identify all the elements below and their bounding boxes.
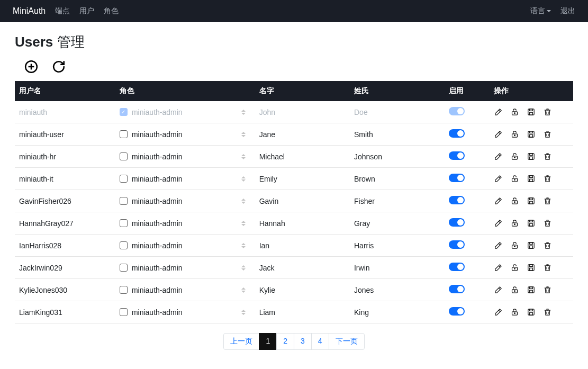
delete-button[interactable] xyxy=(543,152,552,161)
delete-button[interactable] xyxy=(543,241,552,250)
svg-rect-41 xyxy=(529,220,532,222)
role-select[interactable]: miniauth-admin xyxy=(120,264,251,272)
nav-link-endpoints[interactable]: 端点 xyxy=(55,6,70,16)
edit-button[interactable] xyxy=(494,107,503,116)
enable-toggle[interactable] xyxy=(449,218,465,227)
page-prev[interactable]: 上一页 xyxy=(223,333,259,350)
enable-toggle[interactable] xyxy=(449,263,465,271)
refresh-button[interactable] xyxy=(52,60,66,74)
row-actions xyxy=(494,241,569,250)
role-checkbox[interactable] xyxy=(120,197,128,205)
delete-button[interactable] xyxy=(543,130,552,139)
delete-button[interactable] xyxy=(543,196,552,205)
page-3[interactable]: 3 xyxy=(294,333,312,350)
save-button[interactable] xyxy=(527,219,536,228)
edit-button[interactable] xyxy=(494,174,503,183)
delete-button[interactable] xyxy=(543,285,552,294)
nav-link-roles[interactable]: 角色 xyxy=(104,6,119,16)
role-checkbox[interactable] xyxy=(120,130,128,138)
role-select[interactable]: miniauth-admin xyxy=(120,197,251,205)
edit-button[interactable] xyxy=(494,196,503,205)
role-select[interactable]: miniauth-admin xyxy=(120,152,251,161)
edit-button[interactable] xyxy=(494,152,503,161)
edit-button[interactable] xyxy=(494,219,503,228)
svg-rect-33 xyxy=(528,198,534,204)
language-dropdown[interactable]: 语言 xyxy=(530,6,551,16)
add-button[interactable] xyxy=(24,60,38,74)
delete-button[interactable] xyxy=(543,308,552,317)
enable-toggle[interactable] xyxy=(449,107,465,115)
save-button[interactable] xyxy=(527,241,536,250)
save-button[interactable] xyxy=(527,130,536,139)
delete-button[interactable] xyxy=(543,219,552,228)
enable-toggle[interactable] xyxy=(449,240,465,249)
role-checkbox[interactable] xyxy=(120,308,128,316)
svg-rect-63 xyxy=(529,290,532,293)
logout-link[interactable]: 退出 xyxy=(560,6,575,16)
delete-button[interactable] xyxy=(543,107,552,116)
role-select[interactable]: miniauth-admin xyxy=(120,108,251,116)
svg-point-11 xyxy=(514,135,515,136)
edit-button[interactable] xyxy=(494,308,503,317)
enable-toggle[interactable] xyxy=(449,196,465,204)
cell-firstname: Jane xyxy=(255,123,350,146)
save-button[interactable] xyxy=(527,152,536,161)
delete-button[interactable] xyxy=(543,174,552,183)
role-select[interactable]: miniauth-admin xyxy=(120,286,251,294)
enable-toggle[interactable] xyxy=(449,129,465,138)
role-select[interactable]: miniauth-admin xyxy=(120,219,251,228)
cell-firstname: Ian xyxy=(255,235,350,257)
svg-rect-14 xyxy=(529,134,532,137)
delete-button[interactable] xyxy=(543,263,552,272)
role-checkbox[interactable] xyxy=(120,219,128,227)
role-select[interactable]: miniauth-admin xyxy=(120,241,251,250)
role-checkbox[interactable] xyxy=(120,264,128,272)
edit-button[interactable] xyxy=(494,263,503,272)
enable-toggle[interactable] xyxy=(449,307,465,316)
role-checkbox[interactable] xyxy=(120,286,128,294)
enable-toggle[interactable] xyxy=(449,151,465,160)
role-checkbox[interactable] xyxy=(120,241,128,249)
svg-rect-54 xyxy=(528,265,534,271)
cell-username: miniauth-it xyxy=(15,168,115,190)
svg-rect-70 xyxy=(529,312,532,315)
role-checkbox[interactable] xyxy=(120,175,128,183)
unlock-button[interactable] xyxy=(510,263,519,272)
svg-rect-34 xyxy=(529,198,532,200)
unlock-button[interactable] xyxy=(510,130,519,139)
page-next[interactable]: 下一页 xyxy=(329,333,365,350)
page-4[interactable]: 4 xyxy=(311,333,329,350)
navbar-brand[interactable]: MiniAuth xyxy=(13,6,46,16)
unlock-button[interactable] xyxy=(510,308,519,317)
plus-circle-icon xyxy=(24,60,38,74)
save-button[interactable] xyxy=(527,263,536,272)
enable-toggle[interactable] xyxy=(449,174,465,182)
unlock-button[interactable] xyxy=(510,196,519,205)
role-select[interactable]: miniauth-admin xyxy=(120,308,251,317)
save-button[interactable] xyxy=(527,308,536,317)
unlock-button[interactable] xyxy=(510,174,519,183)
save-button[interactable] xyxy=(527,174,536,183)
page-2[interactable]: 2 xyxy=(276,333,294,350)
edit-button[interactable] xyxy=(494,241,503,250)
row-actions xyxy=(494,174,569,183)
role-checkbox[interactable] xyxy=(120,108,128,116)
unlock-button[interactable] xyxy=(510,285,519,294)
cell-lastname: King xyxy=(350,301,445,323)
unlock-button[interactable] xyxy=(510,107,519,116)
edit-button[interactable] xyxy=(494,285,503,294)
role-checkbox[interactable] xyxy=(120,152,128,160)
save-button[interactable] xyxy=(527,285,536,294)
unlock-button[interactable] xyxy=(510,219,519,228)
save-button[interactable] xyxy=(527,196,536,205)
page-1[interactable]: 1 xyxy=(259,333,277,350)
enable-toggle[interactable] xyxy=(449,285,465,293)
save-button[interactable] xyxy=(527,107,536,116)
unlock-button[interactable] xyxy=(510,241,519,250)
role-select[interactable]: miniauth-admin xyxy=(120,175,251,183)
edit-button[interactable] xyxy=(494,130,503,139)
role-select[interactable]: miniauth-admin xyxy=(120,130,251,139)
row-actions xyxy=(494,308,569,317)
nav-link-users[interactable]: 用户 xyxy=(79,6,94,16)
unlock-button[interactable] xyxy=(510,152,519,161)
